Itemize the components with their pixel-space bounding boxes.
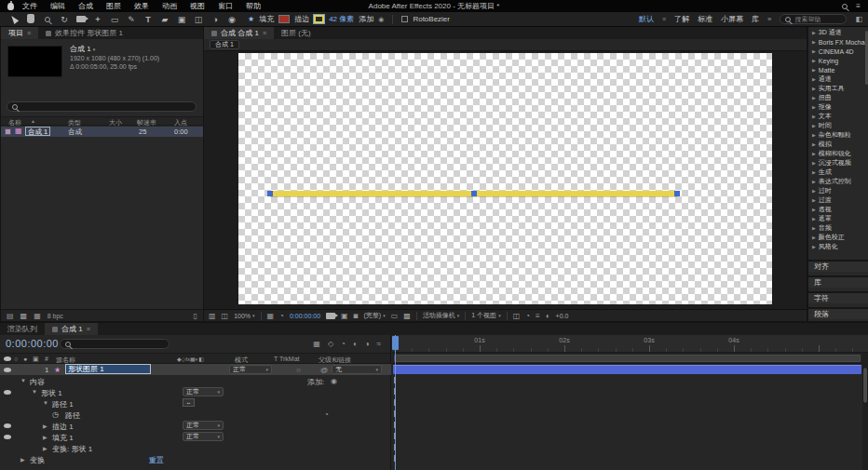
property-row-fill[interactable]: ▶ 填充 1 正常▾ xyxy=(0,431,391,442)
tab-composition[interactable]: 合成 合成 1 ≡ xyxy=(204,27,274,39)
current-time-display[interactable]: 0:00:00:00 xyxy=(6,338,59,349)
help-search-input[interactable]: 搜索帮助 xyxy=(780,14,847,24)
align-panel-header[interactable]: 对齐 xyxy=(808,260,868,272)
selection-handle-right[interactable] xyxy=(674,191,680,196)
layer-name-input[interactable]: 形状图层 1 xyxy=(65,364,151,374)
twirl-right-icon[interactable]: ▶ xyxy=(20,456,25,463)
audio-column-icon[interactable]: ○ xyxy=(14,356,18,362)
effects-category[interactable]: ▶ 沉浸式视频 xyxy=(808,158,868,168)
eye-icon[interactable] xyxy=(4,423,11,428)
tab-project[interactable]: 项目 ≡ xyxy=(1,27,38,39)
trash-icon[interactable]: ▯ xyxy=(194,312,197,320)
path-direction-icon[interactable]: ▪▪ xyxy=(183,398,195,407)
stroke-color-swatch[interactable] xyxy=(314,15,324,23)
viewer-lock-icon[interactable]: ◫ xyxy=(222,312,229,320)
zoom-tool-icon[interactable] xyxy=(39,13,56,26)
timeline-scrollbar[interactable] xyxy=(862,353,868,470)
twirl-right-icon[interactable]: ▶ xyxy=(43,423,47,429)
view-layout-select[interactable]: 1 个视图▾ xyxy=(471,311,500,320)
time-ruler[interactable]: 01s 02s 03s 04s xyxy=(392,335,868,353)
timeline-track-area[interactable]: 01s 02s 03s 04s xyxy=(392,335,868,470)
property-row-path[interactable]: ◷ 路径 ◔ xyxy=(0,409,391,420)
twirl-down-icon[interactable]: ▼ xyxy=(32,389,37,395)
exposure-icon[interactable]: ◐ xyxy=(546,312,550,320)
eraser-tool-icon[interactable]: ◫ xyxy=(190,13,207,26)
property-row-path-group[interactable]: ▼ 路径 1 ▪▪ xyxy=(0,397,391,409)
paragraph-panel-header[interactable]: 段落 xyxy=(808,307,868,319)
property-label[interactable]: 变换 xyxy=(30,455,45,465)
effects-category[interactable]: ▶ CINEMA 4D xyxy=(808,47,868,56)
eye-icon[interactable] xyxy=(4,435,11,439)
project-search-input[interactable] xyxy=(7,101,197,112)
tab-layer[interactable]: 图层 (无) xyxy=(274,27,319,39)
effects-category[interactable]: ▶ 通道 xyxy=(808,74,868,84)
group-blend-mode-select[interactable]: 正常▾ xyxy=(183,421,224,430)
effects-category[interactable]: ▶ 文本 xyxy=(808,112,868,121)
effects-category[interactable]: ▶ 实用工具 xyxy=(808,84,868,93)
workspace-small-screen[interactable]: 小屏幕 xyxy=(721,14,743,24)
menu-item[interactable]: 动画 xyxy=(156,1,183,11)
fill-label[interactable]: 填充 xyxy=(259,14,274,24)
add-menu-icon[interactable]: ◉ xyxy=(331,377,337,385)
twirl-down-icon[interactable]: ▼ xyxy=(43,400,48,406)
project-item-name[interactable]: 合成 1 xyxy=(25,127,50,136)
twirl-right-icon[interactable]: ▶ xyxy=(43,434,47,440)
stroke-label[interactable]: 描边 xyxy=(294,14,309,24)
property-row-stroke[interactable]: ▶ 描边 1 正常▾ xyxy=(0,420,391,431)
eye-icon[interactable] xyxy=(4,368,11,372)
exposure-value[interactable]: +0.0 xyxy=(556,313,569,319)
panel-menu-icon[interactable]: ≡ xyxy=(87,326,90,332)
effects-category[interactable]: ▶ 模糊和锐化 xyxy=(808,149,868,158)
reset-link[interactable]: 重置 xyxy=(149,455,164,465)
camera-view-select[interactable]: 活动摄像机▾ xyxy=(423,311,460,320)
comp-navigator-tab[interactable]: 合成 1 xyxy=(210,40,239,49)
spotlight-search-icon[interactable] xyxy=(842,4,848,9)
region-of-interest-icon[interactable]: ▭ xyxy=(391,312,399,320)
solo-column-icon[interactable]: ● xyxy=(23,356,27,362)
pixel-aspect-icon[interactable]: ◫ xyxy=(513,312,521,320)
timeline-search-input[interactable] xyxy=(60,339,170,349)
twirl-right-icon[interactable]: ▶ xyxy=(43,445,47,451)
twirl-down-icon[interactable]: ▼ xyxy=(20,378,26,383)
group-blend-mode-select[interactable]: 正常▾ xyxy=(183,387,224,396)
fill-color-swatch[interactable] xyxy=(278,15,290,23)
effects-category[interactable]: ▶ 3D 通道 xyxy=(808,28,868,37)
property-row-transform[interactable]: ▶ 变换 重置 xyxy=(0,453,391,464)
draft-3d-icon[interactable]: ◇ xyxy=(328,340,333,348)
trkmat-column-header[interactable]: T TrkMat xyxy=(274,356,299,362)
workspace-standard[interactable]: 标准 xyxy=(698,14,712,24)
motion-blur-icon[interactable]: ◑ xyxy=(365,340,370,348)
effects-category[interactable]: ▶ 过渡 xyxy=(808,195,868,205)
project-item-row[interactable]: ▦ 合成 1 合成 25 0:00 xyxy=(1,127,203,137)
stroke-width-value[interactable]: 42 像素 xyxy=(329,14,354,24)
effects-category[interactable]: ▶ Keying xyxy=(808,56,868,65)
blend-mode-select[interactable]: 正常▾ xyxy=(229,365,272,374)
parent-pickwhip-icon[interactable]: @ xyxy=(320,366,328,374)
panel-menu-icon[interactable]: ≡ xyxy=(263,30,266,36)
workspace-overflow-chevron[interactable]: » xyxy=(767,15,771,23)
video-column-icon[interactable] xyxy=(4,356,11,361)
shape-tool-icon[interactable]: ▭ xyxy=(106,13,123,26)
graph-editor-icon[interactable]: ≈ xyxy=(377,340,381,348)
property-row-shape-group[interactable]: ▼ 形状 1 正常▾ xyxy=(0,386,391,397)
transparency-grid-icon[interactable]: ▩ xyxy=(403,312,411,320)
effects-category[interactable]: ▶ 透视 xyxy=(808,205,868,214)
menu-item[interactable]: 帮助 xyxy=(239,1,267,11)
panel-options-icon[interactable]: ◧ xyxy=(855,15,862,23)
magnification-select[interactable]: 100%▾ xyxy=(234,313,254,319)
effects-category[interactable]: ▶ 过时 xyxy=(808,186,868,195)
camera-tool-icon[interactable] xyxy=(73,13,89,26)
menu-item[interactable]: 编辑 xyxy=(44,1,72,11)
layer-row[interactable]: 1 ★ 形状图层 1 正常▾ ○ @ 无▾ xyxy=(0,364,391,375)
character-panel-header[interactable]: 字符 xyxy=(808,291,868,303)
include-in-graph-icon[interactable]: ◔ xyxy=(324,410,329,419)
show-snapshot-icon[interactable]: ▣ xyxy=(341,312,348,320)
workspace-libraries[interactable]: 库 xyxy=(752,14,759,24)
effects-category[interactable]: ▶ 模拟 xyxy=(808,140,868,149)
eye-icon[interactable] xyxy=(4,390,11,395)
workspace-menu-icon[interactable]: ≡ xyxy=(662,16,666,22)
effects-category[interactable]: ▶ 颜色校正 xyxy=(808,233,868,242)
control-center-icon[interactable]: ≡ xyxy=(856,2,861,10)
mask-visibility-icon[interactable]: ◔ xyxy=(279,312,284,320)
safe-margins-icon[interactable]: ▦ xyxy=(267,312,275,320)
